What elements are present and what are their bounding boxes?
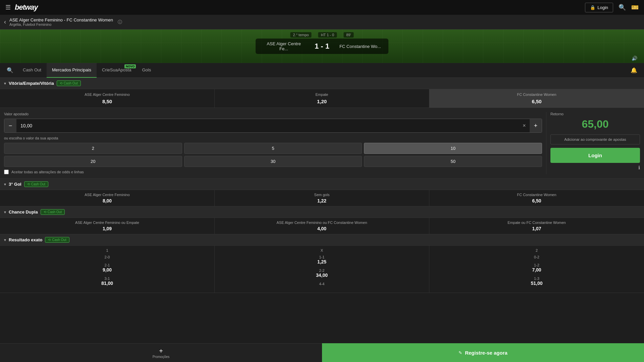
terceiro-gol-nogoal-label: Sem gols — [219, 193, 425, 197]
chance-dupla-col3[interactable]: Empate ou FC Constantine Women 1,07 — [429, 218, 644, 234]
chance-dupla-cashout-badge[interactable]: ⟲ Cash Out — [41, 209, 65, 215]
back-button[interactable]: ‹ — [4, 18, 6, 25]
vitoria-away-label: FC Constantine Women — [433, 93, 640, 97]
score-13: 1-3 — [433, 277, 640, 281]
bet-clear-button[interactable]: × — [519, 119, 530, 132]
vitoria-chevron: ▾ — [4, 81, 6, 86]
terceiro-gol-away-odd: 6,50 — [433, 198, 640, 203]
resultado-col3-header: 2 — [433, 248, 640, 252]
chance-dupla-label1: ASE Alger Centre Feminino ou Empate — [4, 221, 210, 225]
vitoria-home-odd: 8,50 — [4, 99, 210, 104]
terceiro-gol-section-header[interactable]: ▾ 3° Gol ⟲ Cash Out — [0, 179, 644, 190]
valor-apostado-label: Valor apostado — [4, 112, 542, 116]
vitoria-draw-odd: 1,20 — [219, 99, 425, 104]
chance-dupla-label2: ASE Alger Centre Feminino ou FC Constant… — [219, 221, 425, 225]
quick-bet-10[interactable]: 10 — [364, 143, 542, 154]
score-31: 3-1 — [4, 277, 210, 281]
add-comprovante-button[interactable]: Adicionar ao comprovante de apostas — [550, 134, 640, 144]
resultado-item-44[interactable]: 4-4 — [219, 282, 425, 286]
terceiro-gol-cashout-badge[interactable]: ⟲ Cash Out — [24, 181, 48, 187]
match-period: 2.° tempo — [290, 32, 311, 38]
bell-icon[interactable]: 🔔 — [627, 67, 641, 73]
match-banner: 2.° tempo HT 1 - 0 89' ASE Alger Centre … — [0, 29, 644, 63]
quick-bet-30[interactable]: 30 — [184, 156, 362, 167]
hamburger-icon[interactable]: ☰ — [5, 4, 11, 11]
quick-bet-50[interactable]: 50 — [364, 156, 542, 167]
terceiro-gol-home-label: ASE Alger Centre Feminino — [4, 193, 210, 197]
search-icon-top[interactable]: 🔍 — [619, 4, 626, 11]
vitoria-section-header[interactable]: ▾ Vitória/Empate/Vitória ⟲ Cash Out — [0, 78, 644, 89]
vitoria-away-col[interactable]: FC Constantine Women 6,50 — [429, 89, 644, 108]
terceiro-gol-home-col[interactable]: ASE Alger Centre Feminino 8,00 — [0, 190, 215, 206]
resultado-item-13[interactable]: 1-3 51,00 — [433, 277, 640, 286]
vitoria-draw-label: Empate — [219, 93, 425, 97]
tab-mercados-principais[interactable]: Mercados Principais — [47, 63, 97, 78]
vitoria-cashout-badge[interactable]: ⟲ Cash Out — [57, 80, 81, 86]
score-44: 4-4 — [219, 282, 425, 286]
vitoria-home-label: ASE Alger Centre Feminino — [4, 93, 210, 97]
breadcrumb-info: ASE Alger Centre Feminino - FC Constanti… — [9, 17, 113, 26]
bet-left: Valor apostado − × + ou escolha o valor … — [4, 112, 546, 174]
login-button-bet[interactable]: Login — [550, 148, 640, 163]
terceiro-gol-nogoal-odd: 1,22 — [219, 198, 425, 203]
quick-bet-20[interactable]: 20 — [4, 156, 182, 167]
search-tab-icon[interactable]: 🔍 — [3, 63, 17, 78]
score-02: 0-2 — [433, 255, 640, 259]
resultado-item-12[interactable]: 1-2 7,00 — [433, 263, 640, 273]
tab-cash-out[interactable]: Cash Out — [17, 63, 47, 78]
chance-dupla-section-header[interactable]: ▾ Chance Dupla ⟲ Cash Out — [0, 206, 644, 218]
vitoria-odds-grid: ASE Alger Centre Feminino 8,50 Empate 1,… — [0, 89, 644, 108]
betslip-icon[interactable]: 🎫 — [631, 4, 639, 11]
cashout-icon-4: ⟲ — [48, 238, 51, 242]
chance-dupla-chevron: ▾ — [4, 210, 6, 215]
accept-odds-label: Aceitar todas as alterações de odds e li… — [11, 170, 84, 174]
login-button-top[interactable]: 🔒 Login — [585, 3, 613, 12]
resultado-item-22[interactable]: 2-2 34,00 — [219, 268, 425, 278]
resultado-exato-section-header[interactable]: ▾ Resultado exato ⟲ Cash Out — [0, 234, 644, 246]
vitoria-home-col[interactable]: ASE Alger Centre Feminino 8,50 — [0, 89, 215, 108]
info-icon-breadcrumb: ⓘ — [118, 19, 122, 25]
tab-crie-sua-aposta[interactable]: CrieSuaAposta NOVO — [97, 63, 137, 78]
bet-amount-input[interactable] — [16, 119, 519, 132]
terceiro-gol-away-label: FC Constantine Women — [433, 193, 640, 197]
logo: betway — [15, 3, 38, 12]
register-button[interactable]: ✎ Registre-se agora — [322, 343, 644, 362]
vitoria-draw-col[interactable]: Empate 1,20 — [215, 89, 429, 108]
breadcrumb-bar: ‹ ASE Alger Centre Feminino - FC Constan… — [0, 15, 644, 29]
top-nav-right: 🔒 Login 🔍 🎫 — [585, 3, 639, 12]
score-12: 1-2 — [433, 263, 640, 267]
chance-dupla-col2[interactable]: ASE Alger Centre Feminino ou FC Constant… — [215, 218, 429, 234]
match-score: 1 - 1 — [311, 42, 333, 51]
resultado-item-02[interactable]: 0-2 — [433, 255, 640, 259]
match-title: ASE Alger Centre Feminino - FC Constanti… — [9, 17, 113, 22]
tab-gols[interactable]: Gols — [137, 63, 156, 78]
novo-badge: NOVO — [124, 64, 136, 68]
bottom-bar: + Promoções ✎ Registre-se agora — [0, 343, 644, 362]
quick-bet-2[interactable]: 2 — [4, 143, 182, 154]
resultado-exato-grid: 1 2-0 2-1 9,00 3-1 81,00 X 1-1 1,25 2-2 — [0, 246, 644, 293]
chance-dupla-odd1: 1,09 — [4, 226, 210, 231]
vitoria-away-odd: 6,50 — [433, 99, 640, 104]
accept-odds-row: Aceitar todas as alterações de odds e li… — [4, 170, 542, 174]
cashout-icon-3: ⟲ — [44, 210, 46, 214]
chance-dupla-col1[interactable]: ASE Alger Centre Feminino ou Empate 1,09 — [0, 218, 215, 234]
promocoes-button[interactable]: + Promoções — [0, 343, 322, 362]
terceiro-gol-home-odd: 8,00 — [4, 198, 210, 203]
top-nav-left: ☰ betway — [5, 3, 38, 12]
resultado-exato-cashout-badge[interactable]: ⟲ Cash Out — [45, 237, 69, 243]
terceiro-gol-nogoal-col[interactable]: Sem gols 1,22 — [215, 190, 429, 206]
resultado-item-31[interactable]: 3-1 81,00 — [4, 277, 210, 286]
match-score-box: ASE Alger Centre Fe... 1 - 1 FC Constant… — [256, 39, 388, 54]
audio-icon[interactable]: 🔊 — [632, 56, 637, 61]
terceiro-gol-chevron: ▾ — [4, 182, 6, 187]
resultado-exato-chevron: ▾ — [4, 238, 6, 242]
quick-bet-5[interactable]: 5 — [184, 143, 362, 154]
resultado-item-20[interactable]: 2-0 — [4, 255, 210, 259]
resultado-item-11[interactable]: 1-1 1,25 — [219, 255, 425, 264]
bet-minus-button[interactable]: − — [4, 119, 16, 132]
accept-odds-checkbox[interactable] — [4, 170, 9, 174]
terceiro-gol-away-col[interactable]: FC Constantine Women 6,50 — [429, 190, 644, 206]
bet-plus-button[interactable]: + — [530, 119, 542, 132]
resultado-item-21[interactable]: 2-1 9,00 — [4, 263, 210, 273]
resultado-col1-header: 1 — [4, 248, 210, 252]
